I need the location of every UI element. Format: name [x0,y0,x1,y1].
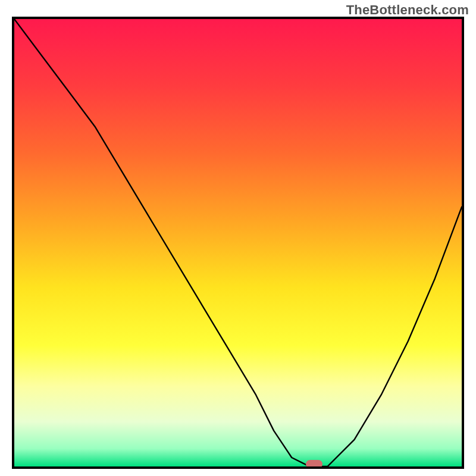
plot-area [12,17,464,469]
optimal-point-marker [306,460,322,468]
watermark-text: TheBottleneck.com [346,2,469,18]
chart-container: TheBottleneck.com [0,0,476,476]
bottleneck-curve [14,19,462,466]
